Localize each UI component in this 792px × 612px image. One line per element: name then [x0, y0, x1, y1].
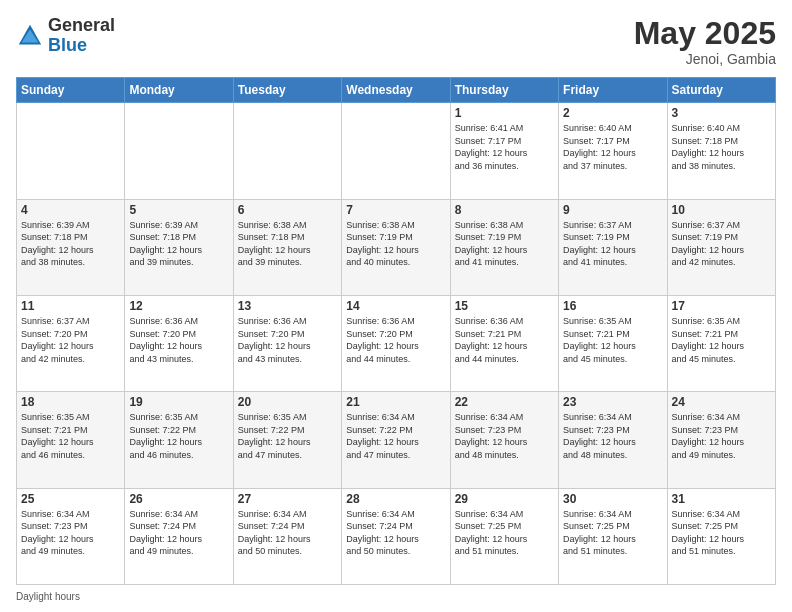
day-info: Sunrise: 6:34 AM Sunset: 7:23 PM Dayligh…: [455, 411, 554, 461]
calendar-cell: 12Sunrise: 6:36 AM Sunset: 7:20 PM Dayli…: [125, 295, 233, 391]
calendar-week-row: 18Sunrise: 6:35 AM Sunset: 7:21 PM Dayli…: [17, 392, 776, 488]
logo-general-text: General: [48, 16, 115, 36]
day-info: Sunrise: 6:34 AM Sunset: 7:24 PM Dayligh…: [346, 508, 445, 558]
day-number: 1: [455, 106, 554, 120]
logo-icon: [16, 22, 44, 50]
day-number: 14: [346, 299, 445, 313]
day-number: 20: [238, 395, 337, 409]
calendar-week-row: 25Sunrise: 6:34 AM Sunset: 7:23 PM Dayli…: [17, 488, 776, 584]
calendar-cell: 2Sunrise: 6:40 AM Sunset: 7:17 PM Daylig…: [559, 103, 667, 199]
calendar-day-header: Saturday: [667, 78, 775, 103]
day-info: Sunrise: 6:35 AM Sunset: 7:21 PM Dayligh…: [672, 315, 771, 365]
calendar-cell: [342, 103, 450, 199]
calendar-week-row: 4Sunrise: 6:39 AM Sunset: 7:18 PM Daylig…: [17, 199, 776, 295]
day-number: 10: [672, 203, 771, 217]
day-info: Sunrise: 6:37 AM Sunset: 7:20 PM Dayligh…: [21, 315, 120, 365]
day-info: Sunrise: 6:36 AM Sunset: 7:20 PM Dayligh…: [238, 315, 337, 365]
day-info: Sunrise: 6:34 AM Sunset: 7:23 PM Dayligh…: [21, 508, 120, 558]
calendar-cell: 19Sunrise: 6:35 AM Sunset: 7:22 PM Dayli…: [125, 392, 233, 488]
day-info: Sunrise: 6:34 AM Sunset: 7:23 PM Dayligh…: [672, 411, 771, 461]
day-info: Sunrise: 6:39 AM Sunset: 7:18 PM Dayligh…: [21, 219, 120, 269]
calendar-cell: 9Sunrise: 6:37 AM Sunset: 7:19 PM Daylig…: [559, 199, 667, 295]
calendar-day-header: Thursday: [450, 78, 558, 103]
calendar-week-row: 11Sunrise: 6:37 AM Sunset: 7:20 PM Dayli…: [17, 295, 776, 391]
calendar-cell: 30Sunrise: 6:34 AM Sunset: 7:25 PM Dayli…: [559, 488, 667, 584]
calendar-cell: 7Sunrise: 6:38 AM Sunset: 7:19 PM Daylig…: [342, 199, 450, 295]
calendar-table: SundayMondayTuesdayWednesdayThursdayFrid…: [16, 77, 776, 585]
calendar-cell: 3Sunrise: 6:40 AM Sunset: 7:18 PM Daylig…: [667, 103, 775, 199]
day-info: Sunrise: 6:37 AM Sunset: 7:19 PM Dayligh…: [672, 219, 771, 269]
day-info: Sunrise: 6:35 AM Sunset: 7:21 PM Dayligh…: [21, 411, 120, 461]
day-number: 28: [346, 492, 445, 506]
calendar-cell: 1Sunrise: 6:41 AM Sunset: 7:17 PM Daylig…: [450, 103, 558, 199]
day-number: 23: [563, 395, 662, 409]
day-info: Sunrise: 6:34 AM Sunset: 7:22 PM Dayligh…: [346, 411, 445, 461]
calendar-day-header: Wednesday: [342, 78, 450, 103]
day-info: Sunrise: 6:40 AM Sunset: 7:17 PM Dayligh…: [563, 122, 662, 172]
calendar-cell: 15Sunrise: 6:36 AM Sunset: 7:21 PM Dayli…: [450, 295, 558, 391]
calendar-cell: 6Sunrise: 6:38 AM Sunset: 7:18 PM Daylig…: [233, 199, 341, 295]
calendar-cell: 23Sunrise: 6:34 AM Sunset: 7:23 PM Dayli…: [559, 392, 667, 488]
day-number: 21: [346, 395, 445, 409]
calendar-cell: 16Sunrise: 6:35 AM Sunset: 7:21 PM Dayli…: [559, 295, 667, 391]
day-info: Sunrise: 6:39 AM Sunset: 7:18 PM Dayligh…: [129, 219, 228, 269]
day-info: Sunrise: 6:36 AM Sunset: 7:21 PM Dayligh…: [455, 315, 554, 365]
day-info: Sunrise: 6:35 AM Sunset: 7:21 PM Dayligh…: [563, 315, 662, 365]
day-info: Sunrise: 6:35 AM Sunset: 7:22 PM Dayligh…: [238, 411, 337, 461]
day-number: 12: [129, 299, 228, 313]
calendar-header-row: SundayMondayTuesdayWednesdayThursdayFrid…: [17, 78, 776, 103]
day-info: Sunrise: 6:38 AM Sunset: 7:18 PM Dayligh…: [238, 219, 337, 269]
calendar-location: Jenoi, Gambia: [634, 51, 776, 67]
day-number: 11: [21, 299, 120, 313]
day-info: Sunrise: 6:37 AM Sunset: 7:19 PM Dayligh…: [563, 219, 662, 269]
day-number: 19: [129, 395, 228, 409]
calendar-cell: 17Sunrise: 6:35 AM Sunset: 7:21 PM Dayli…: [667, 295, 775, 391]
calendar-cell: 14Sunrise: 6:36 AM Sunset: 7:20 PM Dayli…: [342, 295, 450, 391]
calendar-cell: 31Sunrise: 6:34 AM Sunset: 7:25 PM Dayli…: [667, 488, 775, 584]
day-info: Sunrise: 6:38 AM Sunset: 7:19 PM Dayligh…: [346, 219, 445, 269]
page: General Blue May 2025 Jenoi, Gambia Sund…: [0, 0, 792, 612]
day-number: 17: [672, 299, 771, 313]
day-info: Sunrise: 6:36 AM Sunset: 7:20 PM Dayligh…: [129, 315, 228, 365]
day-number: 31: [672, 492, 771, 506]
calendar-cell: 25Sunrise: 6:34 AM Sunset: 7:23 PM Dayli…: [17, 488, 125, 584]
day-number: 18: [21, 395, 120, 409]
calendar-week-row: 1Sunrise: 6:41 AM Sunset: 7:17 PM Daylig…: [17, 103, 776, 199]
day-number: 6: [238, 203, 337, 217]
day-number: 27: [238, 492, 337, 506]
calendar-cell: 4Sunrise: 6:39 AM Sunset: 7:18 PM Daylig…: [17, 199, 125, 295]
day-number: 16: [563, 299, 662, 313]
day-number: 13: [238, 299, 337, 313]
calendar-cell: 11Sunrise: 6:37 AM Sunset: 7:20 PM Dayli…: [17, 295, 125, 391]
day-number: 30: [563, 492, 662, 506]
calendar-cell: 27Sunrise: 6:34 AM Sunset: 7:24 PM Dayli…: [233, 488, 341, 584]
calendar-cell: 20Sunrise: 6:35 AM Sunset: 7:22 PM Dayli…: [233, 392, 341, 488]
calendar-cell: 29Sunrise: 6:34 AM Sunset: 7:25 PM Dayli…: [450, 488, 558, 584]
calendar-day-header: Sunday: [17, 78, 125, 103]
calendar-day-header: Monday: [125, 78, 233, 103]
day-number: 4: [21, 203, 120, 217]
day-info: Sunrise: 6:38 AM Sunset: 7:19 PM Dayligh…: [455, 219, 554, 269]
calendar-cell: 18Sunrise: 6:35 AM Sunset: 7:21 PM Dayli…: [17, 392, 125, 488]
calendar-day-header: Friday: [559, 78, 667, 103]
day-info: Sunrise: 6:35 AM Sunset: 7:22 PM Dayligh…: [129, 411, 228, 461]
title-block: May 2025 Jenoi, Gambia: [634, 16, 776, 67]
calendar-cell: [233, 103, 341, 199]
calendar-cell: 13Sunrise: 6:36 AM Sunset: 7:20 PM Dayli…: [233, 295, 341, 391]
calendar-cell: [125, 103, 233, 199]
calendar-day-header: Tuesday: [233, 78, 341, 103]
day-number: 7: [346, 203, 445, 217]
day-number: 5: [129, 203, 228, 217]
day-number: 9: [563, 203, 662, 217]
calendar-cell: 21Sunrise: 6:34 AM Sunset: 7:22 PM Dayli…: [342, 392, 450, 488]
day-number: 2: [563, 106, 662, 120]
day-number: 24: [672, 395, 771, 409]
day-info: Sunrise: 6:34 AM Sunset: 7:23 PM Dayligh…: [563, 411, 662, 461]
day-number: 8: [455, 203, 554, 217]
footer-note: Daylight hours: [16, 591, 776, 602]
calendar-title: May 2025: [634, 16, 776, 51]
day-info: Sunrise: 6:34 AM Sunset: 7:25 PM Dayligh…: [455, 508, 554, 558]
day-number: 26: [129, 492, 228, 506]
day-info: Sunrise: 6:36 AM Sunset: 7:20 PM Dayligh…: [346, 315, 445, 365]
header: General Blue May 2025 Jenoi, Gambia: [16, 16, 776, 67]
